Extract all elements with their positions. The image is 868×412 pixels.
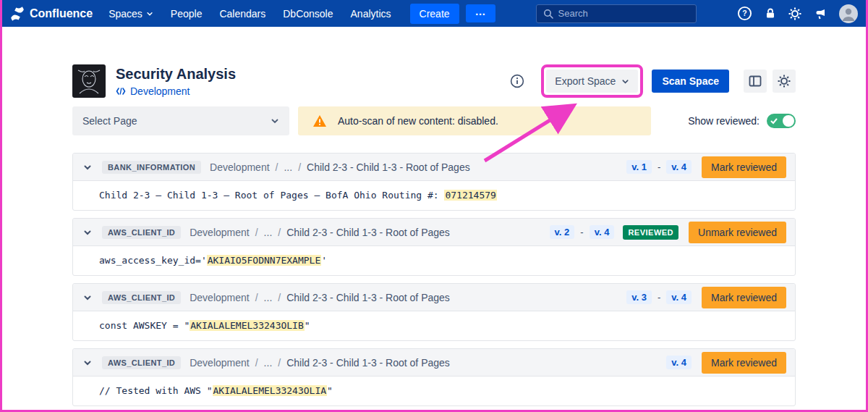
lock-icon[interactable] [765,7,776,20]
show-reviewed-control: Show reviewed: [688,114,796,128]
breadcrumb-ellipsis[interactable]: ... [264,357,273,369]
finding-header: BANK_INFORMATION Development / ... / Chi… [73,154,795,181]
nav-links: Spaces People Calendars DbConsole Analyt… [109,8,391,20]
mark-reviewed-button[interactable]: Mark reviewed [702,156,786,178]
scan-space-button[interactable]: Scan Space [652,70,729,93]
code-text: // Tested with AWS " [99,385,213,396]
finding-type-badge: AWS_CLIENT_ID [102,226,181,239]
version-link[interactable]: v. 1 [626,160,652,174]
secret-highlight: AKIALALEMEL33243OLIB [190,320,305,331]
nav-more-button[interactable]: … [466,4,495,22]
top-navigation: Confluence Spaces People Calendars DbCon… [0,0,868,27]
code-text: Child 2-3 — Child 1-3 — Root of Pages — … [99,190,444,201]
breadcrumb-ellipsis[interactable]: ... [264,292,273,303]
chevron-down-icon [621,77,629,85]
annotation-highlight-box: Export Space [541,64,643,98]
chevron-down-icon [146,10,153,17]
breadcrumb-page[interactable]: Child 2-3 - Child 1-3 - Root of Pages [286,227,450,238]
create-button[interactable]: Create [410,4,459,24]
finding-card: AWS_CLIENT_ID Development / ... / Child … [72,348,796,406]
collapse-chevron-icon[interactable] [82,161,93,173]
breadcrumb-ellipsis[interactable]: ... [284,161,292,173]
toggle-knob [783,115,794,127]
warning-banner: Auto-scan of new content: disabled. [298,106,651,135]
breadcrumb-page[interactable]: Child 2-3 - Child 1-3 - Root of Pages [286,357,450,369]
nav-item-analytics[interactable]: Analytics [351,8,391,20]
select-page-dropdown[interactable]: Select Page [72,106,289,135]
space-avatar[interactable] [72,64,106,98]
version-link[interactable]: v. 2 [550,225,575,239]
finding-header: AWS_CLIENT_ID Development / ... / Child … [73,349,795,377]
titles: Security Analysis Development [116,66,236,97]
code-text: ' [321,255,327,266]
mark-reviewed-button[interactable]: Mark reviewed [702,287,786,308]
warning-icon [312,114,327,127]
secret-highlight: 071214579 [444,190,496,201]
breadcrumb-separator: / [278,227,281,238]
version-link[interactable]: v. 4 [590,225,615,239]
breadcrumb-ellipsis[interactable]: ... [264,227,273,238]
reviewed-badge: REVIEWED [623,225,678,240]
megaphone-icon[interactable] [814,7,827,20]
version-link[interactable]: v. 3 [626,290,652,304]
collapse-chevron-icon[interactable] [82,292,93,303]
brand-name: Confluence [30,7,93,20]
board-icon [749,75,762,88]
search-icon [543,9,553,19]
help-icon[interactable]: ? [737,6,752,21]
finding-card: BANK_INFORMATION Development / ... / Chi… [72,153,796,211]
nav-item-spaces[interactable]: Spaces [109,8,153,20]
finding-header-right: v. 1 - v. 4 Mark reviewed [626,156,786,178]
breadcrumb: Development / ... / Child 2-3 - Child 1-… [210,161,470,173]
nav-item-spaces-label: Spaces [109,8,142,20]
chevron-down-icon [271,117,279,125]
nav-item-calendars[interactable]: Calendars [219,8,265,20]
breadcrumb-separator: / [255,292,258,303]
secret-highlight: AKIALALEMEL33243OLIA [213,385,328,396]
nav-item-people[interactable]: People [171,8,203,20]
nav-item-dbconsole[interactable]: DbConsole [283,8,333,20]
unmark-reviewed-button[interactable]: Unmark reviewed [689,222,786,243]
finding-header: AWS_CLIENT_ID Development / ... / Child … [73,219,795,246]
select-page-label: Select Page [82,115,137,127]
export-space-button[interactable]: Export Space [546,70,638,93]
breadcrumb-page[interactable]: Child 2-3 - Child 1-3 - Root of Pages [307,161,470,173]
version-link[interactable]: v. 4 [666,290,692,304]
breadcrumb: Development / ... / Child 2-3 - Child 1-… [190,357,450,369]
finding-card: AWS_CLIENT_ID Development / ... / Child … [72,218,796,276]
breadcrumb-space[interactable]: Development [190,357,250,369]
breadcrumb-space[interactable]: Development [190,227,250,238]
mark-reviewed-button[interactable]: Mark reviewed [702,352,786,374]
space-link[interactable]: Development [130,85,190,97]
version-separator: - [658,292,660,303]
confluence-logo[interactable]: Confluence [10,7,93,21]
breadcrumb-separator: / [255,227,258,238]
confluence-logo-icon [10,7,25,21]
collapse-chevron-icon[interactable] [82,227,93,238]
sidebar-toggle-button[interactable] [744,70,767,93]
breadcrumb-page[interactable]: Child 2-3 - Child 1-3 - Root of Pages [286,292,450,303]
finding-header-right: v. 3 - v. 4 Mark reviewed [626,287,786,308]
search-box [536,4,697,23]
code-text: aws_access_key_id=' [99,255,207,266]
breadcrumb-separator: / [298,161,301,173]
version-link[interactable]: v. 4 [666,160,692,174]
version-link[interactable]: v. 4 [666,356,692,369]
gear-icon[interactable] [788,7,801,20]
breadcrumb-space[interactable]: Development [210,161,270,173]
finding-card: AWS_CLIENT_ID Development / ... / Child … [72,283,796,341]
finding-code: const AWSKEY = "AKIALALEMEL33243OLIB" [73,311,795,340]
collapse-chevron-icon[interactable] [82,357,93,369]
svg-text:?: ? [742,9,746,17]
finding-header-right: v. 2 - v. 4 REVIEWED Unmark reviewed [550,222,786,243]
code-icon [116,87,126,96]
show-reviewed-toggle[interactable] [767,114,796,128]
info-icon[interactable] [510,74,524,88]
avatar[interactable] [839,4,858,23]
controls-row: Select Page Auto-scan of new content: di… [72,106,796,135]
space-settings-button[interactable] [773,70,796,93]
breadcrumb-space[interactable]: Development [190,292,250,303]
search-input[interactable] [558,8,689,19]
finding-type-badge: BANK_INFORMATION [102,161,201,174]
version-separator: - [580,227,583,237]
